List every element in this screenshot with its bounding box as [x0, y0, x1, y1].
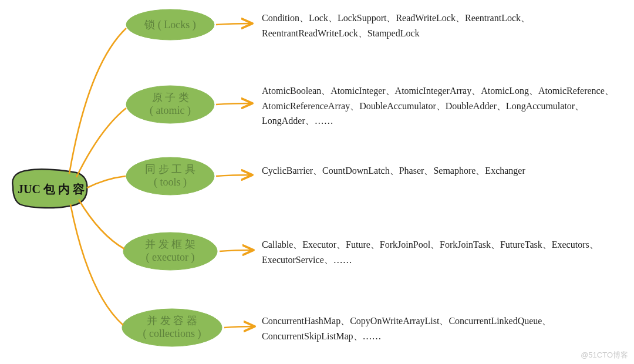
branch-label-line1: 同 步 工 具: [145, 163, 195, 176]
description-executor: Callable、Executor、Future、ForkJoinPool、Fo…: [262, 237, 626, 267]
connector-1: [69, 28, 126, 174]
connector-3: [87, 176, 126, 188]
branch-node-collections: 并 发 容 器 ( collections ): [122, 312, 222, 343]
description-atomic: AtomicBoolean、AtomicInteger、AtomicIntege…: [262, 83, 626, 129]
branch-label-line2: ( executor ): [146, 251, 195, 264]
branch-label-line2: ( atomic ): [150, 105, 191, 117]
branch-label-line2: ( collections ): [143, 328, 201, 341]
root-node: JUC 包 内 容: [13, 176, 89, 202]
description-collections: ConcurrentHashMap、CopyOnWriteArrayList、C…: [262, 314, 626, 343]
arrow-1: [216, 23, 251, 25]
description-locks: Condition、Lock、LockSupport、ReadWriteLock…: [262, 11, 626, 41]
description-tools: CyclicBarrier、CountDownLatch、Phaser、Sema…: [262, 163, 525, 178]
branch-node-tools: 同 步 工 具 ( tools ): [126, 161, 214, 191]
arrow-4: [220, 250, 252, 251]
root-label: JUC 包 内 容: [18, 182, 85, 196]
watermark: @51CTO博客: [581, 350, 628, 360]
diagram-canvas: [0, 0, 634, 364]
branch-label-line1: 并 发 容 器: [147, 315, 197, 328]
branch-node-executor: 并 发 框 架 ( executor ): [123, 236, 217, 267]
branch-label: 锁 ( Locks ): [144, 19, 195, 32]
arrow-2: [216, 103, 251, 105]
arrow-3: [216, 175, 251, 176]
arrow-5: [224, 326, 254, 328]
branch-node-locks: 锁 ( Locks ): [126, 15, 214, 35]
branch-node-atomic: 原 子 类 ( atomic ): [126, 89, 214, 120]
branch-label-line1: 并 发 框 架: [145, 238, 195, 251]
branch-label-line1: 原 子 类: [152, 92, 189, 105]
connector-2: [76, 108, 126, 177]
connector-4: [79, 200, 124, 249]
connector-5: [70, 204, 123, 325]
branch-label-line2: ( tools ): [154, 176, 187, 189]
